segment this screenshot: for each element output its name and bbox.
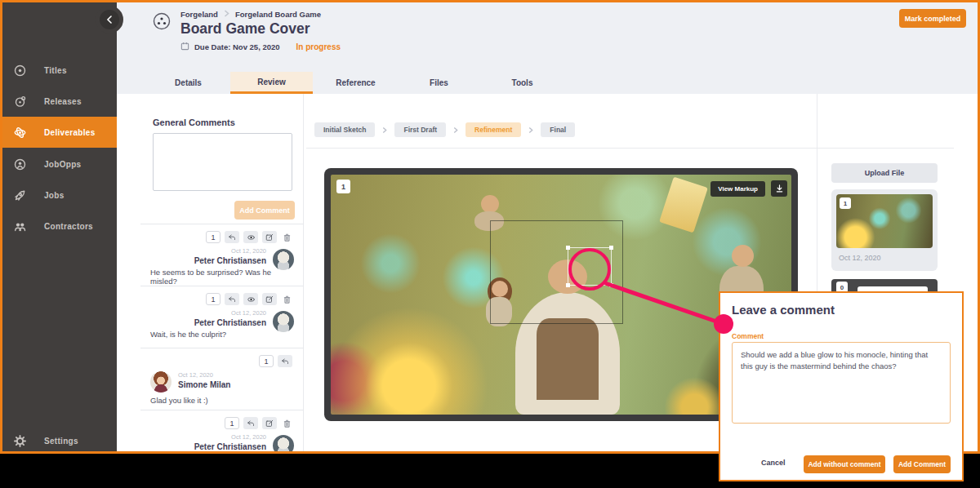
comment-text: Glad you like it :) <box>150 396 297 405</box>
download-icon[interactable] <box>771 180 787 197</box>
upload-file-button[interactable]: Upload File <box>831 163 938 183</box>
workflow-step-initial-sketch[interactable]: Initial Sketch <box>314 122 375 137</box>
comment-meta: Oct 12, 2020 Peter Christiansen <box>194 433 266 451</box>
chevron-left-icon <box>106 16 113 24</box>
sidebar-item-label: Jobs <box>44 191 65 200</box>
reply-icon[interactable] <box>225 293 239 305</box>
eye-icon[interactable] <box>243 293 258 305</box>
comment-date: Oct 12, 2020 <box>194 309 266 317</box>
comment-author: Simone Milan <box>178 380 230 389</box>
selection-handle[interactable] <box>566 283 570 287</box>
add-without-comment-button[interactable]: Add without comment <box>804 455 885 473</box>
screenshot-canvas: Titles Releases Deliverables JobOpps Job… <box>0 0 980 488</box>
edit-icon[interactable] <box>262 293 277 305</box>
sidebar-item-label: JobOpps <box>44 160 81 169</box>
sidebar: Titles Releases Deliverables JobOpps Job… <box>2 2 117 451</box>
trash-icon[interactable] <box>281 293 292 305</box>
breadcrumb-item[interactable]: Forgeland Board Game <box>235 10 321 19</box>
cancel-button[interactable]: Cancel <box>761 459 786 467</box>
illustration-figure <box>481 195 499 213</box>
sidebar-collapse-button[interactable] <box>96 6 123 33</box>
tab-review[interactable]: Review <box>230 72 313 94</box>
comment-date: Oct 12, 2020 <box>194 247 266 255</box>
modal-title: Leave a comment <box>732 303 835 317</box>
workflow-step-refinement[interactable]: Refinement <box>466 122 521 137</box>
avatar <box>273 435 294 451</box>
page-number-badge: 1 <box>336 180 350 193</box>
sidebar-item-titles[interactable]: Titles <box>2 55 117 86</box>
comment-actions: 1 <box>259 355 292 367</box>
comment-count-badge[interactable]: 1 <box>206 231 220 243</box>
edit-icon[interactable] <box>262 417 277 429</box>
sidebar-item-jobopps[interactable]: JobOpps <box>2 149 117 180</box>
sidebar-item-jobs[interactable]: Jobs <box>2 180 117 211</box>
file-card[interactable]: 1 Oct 12, 2020 <box>831 189 938 271</box>
boardgame-dice-icon <box>151 11 172 32</box>
sidebar-item-releases[interactable]: Releases <box>2 86 117 117</box>
comment-count-badge[interactable]: 1 <box>259 355 274 367</box>
add-comment-submit-button[interactable]: Add Comment <box>893 455 951 473</box>
comment-count-badge[interactable]: 1 <box>225 417 239 429</box>
sidebar-item-label: Titles <box>44 66 67 75</box>
people-icon <box>14 220 26 233</box>
selection-handle[interactable] <box>609 283 613 287</box>
comment-count-badge[interactable]: 1 <box>206 293 220 305</box>
general-comments-heading: General Comments <box>153 118 235 127</box>
breadcrumb: Forgeland Forgeland Board Game <box>180 10 321 19</box>
due-date-text: Due Date: Nov 25, 2020 <box>194 42 280 51</box>
chevron-right-icon <box>528 122 533 137</box>
selection-handle[interactable] <box>566 246 570 250</box>
comment-item: 1 Oct 12, 2020 Peter Christiansen Wait, … <box>140 286 304 348</box>
file-date: Oct 12, 2020 <box>839 254 881 262</box>
rocket-icon <box>14 189 26 202</box>
selection-handle[interactable] <box>609 246 613 250</box>
reply-icon[interactable] <box>278 355 292 367</box>
comment-date: Oct 12, 2020 <box>194 433 266 441</box>
chevron-right-icon <box>453 122 458 137</box>
comment-meta: Oct 12, 2020 Peter Christiansen <box>194 247 266 265</box>
illustration-figure <box>732 245 754 267</box>
trash-icon[interactable] <box>281 417 292 429</box>
comment-item: 1 Oct 12, 2020 Peter Christiansen He see… <box>140 224 304 286</box>
sidebar-item-contractors[interactable]: Contractors <box>2 211 117 242</box>
general-comment-input[interactable] <box>153 133 292 191</box>
workflow-step-final[interactable]: Final <box>541 122 575 137</box>
illustration-figure <box>537 318 599 400</box>
comment-actions: 1 <box>206 231 292 243</box>
file-version-badge: 1 <box>840 197 851 209</box>
sidebar-item-label: Deliverables <box>44 128 96 137</box>
sidebar-item-label: Releases <box>44 97 82 106</box>
comment-author: Peter Christiansen <box>194 442 266 451</box>
mark-completed-button[interactable]: Mark completed <box>899 9 966 28</box>
comment-author: Peter Christiansen <box>194 318 266 327</box>
file-thumbnail[interactable]: 1 <box>836 194 933 248</box>
sidebar-item-deliverables[interactable]: Deliverables <box>2 117 117 148</box>
calendar-icon <box>180 39 189 54</box>
comments-list: 1 Oct 12, 2020 Peter Christiansen He see… <box>140 224 304 451</box>
reply-icon[interactable] <box>243 417 258 429</box>
tab-files[interactable]: Files <box>398 72 480 94</box>
tab-tools[interactable]: Tools <box>481 72 564 94</box>
chevron-right-icon <box>382 122 387 137</box>
breadcrumb-item[interactable]: Forgeland <box>180 10 218 19</box>
workflow-step-first-draft[interactable]: First Draft <box>394 122 446 137</box>
orbit-icon <box>14 95 26 108</box>
comment-input[interactable]: Should we add a blue glow to his monocle… <box>732 342 951 424</box>
sidebar-item-label: Settings <box>44 437 78 446</box>
edit-icon[interactable] <box>262 231 277 243</box>
due-date-row: Due Date: Nov 25, 2020 In progress <box>180 39 341 54</box>
comment-author: Peter Christiansen <box>194 256 266 265</box>
sidebar-item-settings[interactable]: Settings <box>2 425 117 456</box>
leave-comment-modal: Leave a comment Comment Should we add a … <box>719 291 964 481</box>
add-comment-button[interactable]: Add Comment <box>234 201 295 220</box>
markup-selection-box[interactable] <box>568 247 612 286</box>
reply-icon[interactable] <box>225 231 239 243</box>
trash-icon[interactable] <box>281 231 292 243</box>
tab-details[interactable]: Details <box>147 72 229 94</box>
broadcast-icon <box>14 158 26 171</box>
view-markup-button[interactable]: View Markup <box>710 181 765 197</box>
comment-date: Oct 12, 2020 <box>178 371 230 379</box>
status-badge: In progress <box>296 42 341 51</box>
tab-reference[interactable]: Reference <box>314 72 397 94</box>
eye-icon[interactable] <box>243 231 258 243</box>
